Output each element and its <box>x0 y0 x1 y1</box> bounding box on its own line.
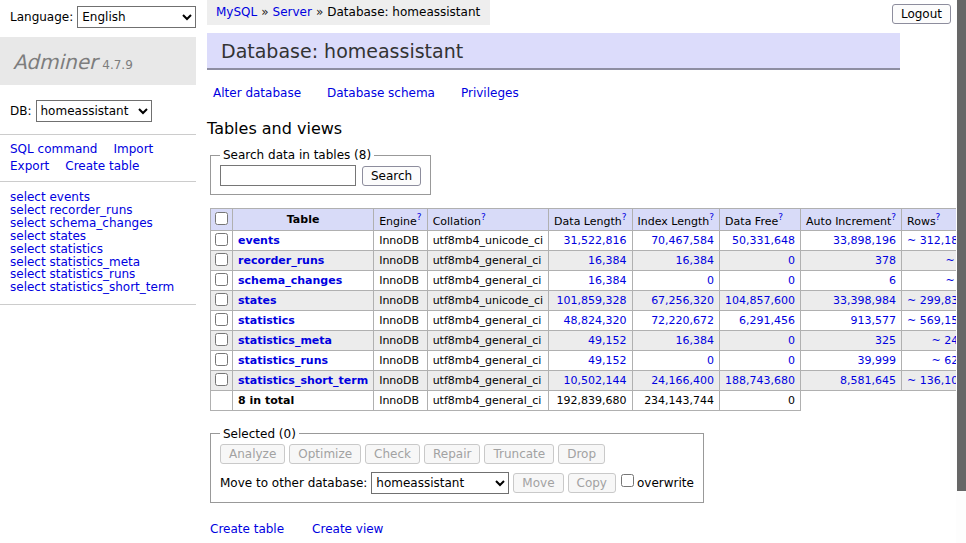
data-length-link[interactable]: 49,152 <box>588 354 627 367</box>
row-checkbox[interactable] <box>215 373 228 386</box>
row-checkbox[interactable] <box>215 313 228 326</box>
index-length-link[interactable]: 0 <box>707 274 714 287</box>
search-button[interactable]: Search <box>362 166 421 186</box>
index-length-link[interactable]: 67,256,320 <box>651 294 714 307</box>
breadcrumb-mysql-link[interactable]: MySQL <box>216 5 257 19</box>
move-button[interactable]: Move <box>513 473 563 493</box>
breadcrumb-server-link[interactable]: Server <box>273 5 312 19</box>
index-length-help-link[interactable]: ? <box>709 212 714 222</box>
index-length-link[interactable]: 70,467,584 <box>651 234 714 247</box>
data-length-help-link[interactable]: ? <box>622 212 627 222</box>
data-length-link[interactable]: 48,824,320 <box>564 314 627 327</box>
data-free-link[interactable]: 0 <box>788 354 795 367</box>
auto-increment-help-link[interactable]: ? <box>891 212 896 222</box>
alter-database-link[interactable]: Alter database <box>213 86 301 100</box>
data-length-link[interactable]: 10,502,144 <box>564 374 627 387</box>
drop-button[interactable]: Drop <box>558 444 605 464</box>
table-link[interactable]: statistics_meta <box>238 334 332 347</box>
db-select[interactable]: homeassistant <box>36 100 152 122</box>
row-checkbox[interactable] <box>215 233 228 246</box>
sidebar-link-create-table[interactable]: Create table <box>65 159 139 173</box>
privileges-link[interactable]: Privileges <box>461 86 519 100</box>
data-length-link[interactable]: 101,859,328 <box>557 294 627 307</box>
row-checkbox[interactable] <box>215 353 228 366</box>
index-length-link[interactable]: 72,220,672 <box>651 314 714 327</box>
truncate-button[interactable]: Truncate <box>484 444 554 464</box>
data-free-link[interactable]: 188,743,680 <box>725 374 795 387</box>
row-checkbox[interactable] <box>215 333 228 346</box>
logout-button[interactable]: Logout <box>892 4 951 24</box>
data-length-link[interactable]: 16,384 <box>588 274 627 287</box>
data-free-link[interactable]: 50,331,648 <box>732 234 795 247</box>
sidebar-item-select-schema-changes[interactable]: select schema_changes <box>10 217 196 230</box>
create-view-link[interactable]: Create view <box>312 522 383 536</box>
copy-button[interactable]: Copy <box>568 473 616 493</box>
sidebar-link-export[interactable]: Export <box>10 159 49 173</box>
optimize-button[interactable]: Optimize <box>289 444 361 464</box>
app-version: 4.7.9 <box>102 58 133 72</box>
index-length-link[interactable]: 0 <box>707 354 714 367</box>
table-link[interactable]: events <box>238 234 280 247</box>
row-checkbox[interactable] <box>215 253 228 266</box>
data-free-help-link[interactable]: ? <box>778 212 783 222</box>
data-free-link[interactable]: 0 <box>788 334 795 347</box>
search-input[interactable] <box>220 165 356 186</box>
database-schema-link[interactable]: Database schema <box>327 86 435 100</box>
auto-increment-link[interactable]: 6 <box>889 274 896 287</box>
repair-button[interactable]: Repair <box>424 444 480 464</box>
move-database-select[interactable]: homeassistant <box>371 472 509 494</box>
rows-help-link[interactable]: ? <box>936 212 941 222</box>
breadcrumb-current: Database: homeassistant <box>327 5 480 19</box>
data-length-link[interactable]: 16,384 <box>588 254 627 267</box>
collation-cell: utf8mb4_general_ci <box>427 270 548 290</box>
sidebar-item-select-statistics-short-term[interactable]: select statistics_short_term <box>10 281 196 294</box>
auto-increment-link[interactable]: 325 <box>875 334 896 347</box>
table-link[interactable]: statistics_short_term <box>238 374 368 387</box>
sidebar-item-select-states[interactable]: select states <box>10 230 196 243</box>
scrollbar-thumb[interactable] <box>957 0 966 491</box>
auto-increment-link[interactable]: 33,398,984 <box>833 294 896 307</box>
app-brand: Adminer4.7.9 <box>0 37 196 85</box>
sidebar-link-import[interactable]: Import <box>113 142 153 156</box>
index-length-link[interactable]: 16,384 <box>676 334 715 347</box>
collation-help-link[interactable]: ? <box>481 212 486 222</box>
analyze-button[interactable]: Analyze <box>220 444 285 464</box>
sidebar-item-select-statistics[interactable]: select statistics <box>10 243 196 256</box>
data-free-link[interactable]: 0 <box>788 254 795 267</box>
auto-increment-link[interactable]: 33,898,196 <box>833 234 896 247</box>
create-table-link[interactable]: Create table <box>210 522 284 536</box>
auto-increment-link[interactable]: 39,999 <box>858 354 897 367</box>
vertical-scrollbar <box>956 0 966 543</box>
auto-increment-link[interactable]: 913,577 <box>851 314 897 327</box>
index-length-link[interactable]: 24,166,400 <box>651 374 714 387</box>
engine-help-link[interactable]: ? <box>417 212 422 222</box>
data-free-link[interactable]: 0 <box>788 274 795 287</box>
table-link[interactable]: statistics <box>238 314 295 327</box>
data-free-link[interactable]: 104,857,600 <box>725 294 795 307</box>
tables-grid: Table Engine? Collation? Data Length? In… <box>210 208 966 411</box>
sidebar-item-select-recorder-runs[interactable]: select recorder_runs <box>10 204 196 217</box>
row-checkbox[interactable] <box>215 273 228 286</box>
data-free-link[interactable]: 6,291,456 <box>739 314 795 327</box>
sidebar-link-sql-command[interactable]: SQL command <box>10 142 97 156</box>
data-length-link[interactable]: 31,522,816 <box>564 234 627 247</box>
table-link[interactable]: recorder_runs <box>238 254 324 267</box>
select-all-checkbox[interactable] <box>215 212 228 225</box>
tables-and-views-heading: Tables and views <box>207 119 900 138</box>
index-length-link[interactable]: 16,384 <box>676 254 715 267</box>
selected-legend: Selected (0) <box>220 427 299 441</box>
auto-increment-link[interactable]: 8,581,645 <box>840 374 896 387</box>
auto-increment-link[interactable]: 378 <box>875 254 896 267</box>
adminer-page: Language:English Adminer4.7.9 DB:homeass… <box>0 0 966 543</box>
search-fieldset: Search data in tables (8) Search <box>210 148 431 195</box>
data-length-link[interactable]: 49,152 <box>588 334 627 347</box>
overwrite-checkbox[interactable] <box>621 474 634 487</box>
sidebar-item-select-events[interactable]: select events <box>10 191 196 204</box>
page-title: Database: homeassistant <box>207 33 900 70</box>
table-link[interactable]: schema_changes <box>238 274 342 287</box>
table-link[interactable]: states <box>238 294 277 307</box>
row-checkbox[interactable] <box>215 293 228 306</box>
check-button[interactable]: Check <box>365 444 420 464</box>
language-select[interactable]: English <box>77 6 196 28</box>
table-link[interactable]: statistics_runs <box>238 354 328 367</box>
